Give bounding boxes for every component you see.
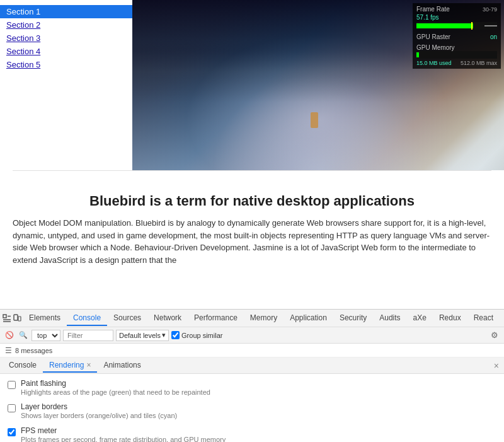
devtools-tab-elements[interactable]: Elements bbox=[23, 311, 67, 326]
render-option-paint-flashing: Paint flashingHighlights areas of the pa… bbox=[0, 376, 504, 400]
hud-framerate-value-row: 57.1 fps bbox=[416, 14, 497, 21]
sidebar-item-section5[interactable]: Section 5 bbox=[0, 58, 132, 71]
devtools-tab-memory[interactable]: Memory bbox=[244, 311, 284, 326]
close-panel-btn[interactable]: × bbox=[491, 359, 501, 372]
image-area: Frame Rate 30-79 57.1 fps GPU Raster on bbox=[132, 0, 504, 170]
render-option-text-paint-flashing: Paint flashingHighlights areas of the pa… bbox=[21, 379, 210, 397]
console-toolbar: 🚫 🔍 top Default levels ▾ Group similar ⚙ bbox=[0, 327, 504, 344]
group-similar-checkbox[interactable] bbox=[171, 331, 180, 339]
hud-gpumemory-label: GPU Memory bbox=[416, 44, 497, 51]
hud-memory-bar bbox=[416, 51, 497, 59]
article-title: Bluebird is a term for native desktop ap… bbox=[13, 193, 491, 209]
group-similar-label: Group similar bbox=[181, 332, 222, 339]
console-clear-btn[interactable]: 🚫 bbox=[4, 330, 15, 341]
render-option-fps-meter: FPS meterPlots frames per second, frame … bbox=[0, 424, 504, 442]
render-option-title-paint-flashing: Paint flashing bbox=[21, 379, 210, 388]
hud-framerate-bar bbox=[416, 22, 497, 30]
sidebar: Section 1Section 2Section 3Section 4Sect… bbox=[0, 0, 132, 170]
sidebar-item-section2[interactable]: Section 2 bbox=[0, 18, 132, 32]
sidebar-item-section1[interactable]: Section 1 bbox=[0, 5, 132, 18]
hud-framerate-label: Frame Rate bbox=[416, 6, 450, 13]
render-option-text-fps-meter: FPS meterPlots frames per second, frame … bbox=[21, 426, 226, 442]
render-option-desc-layer-borders: Shows layer borders (orange/olive) and t… bbox=[21, 411, 177, 421]
hud-memory-fill bbox=[416, 52, 419, 57]
devtools-tab-react[interactable]: React bbox=[467, 311, 500, 326]
render-option-desc-paint-flashing: Highlights areas of the page (green) tha… bbox=[21, 388, 210, 397]
hud-bar-marker bbox=[471, 22, 472, 30]
hud-overlay: Frame Rate 30-79 57.1 fps GPU Raster on bbox=[413, 3, 501, 69]
default-levels-arrow: ▾ bbox=[162, 331, 166, 339]
group-similar-check[interactable]: Group similar bbox=[171, 331, 222, 339]
sub-tabs-row: ConsoleRendering×Animations× bbox=[0, 358, 504, 374]
devtools-tab-application[interactable]: Application bbox=[284, 311, 333, 326]
hud-framerate-range: 30-79 bbox=[483, 6, 497, 13]
hud-memory-max: 512.0 MB max bbox=[461, 60, 497, 66]
hud-gpuraster-label: GPU Raster bbox=[416, 33, 450, 40]
article-container: Bluebird is a term for native desktop ap… bbox=[0, 170, 504, 309]
article-divider bbox=[13, 170, 491, 171]
devtools-inspect-btn[interactable] bbox=[3, 311, 11, 325]
hud-gpuraster-row: GPU Raster on bbox=[416, 33, 497, 40]
hud-bar-fill bbox=[416, 23, 473, 28]
article-area: Bluebird is a term for native desktop ap… bbox=[0, 180, 504, 272]
inspect-icon bbox=[3, 314, 11, 323]
default-levels-label: Default levels bbox=[119, 332, 161, 339]
devtools-tab-axe[interactable]: aXe bbox=[407, 311, 433, 326]
render-option-desc-fps-meter: Plots frames per second, frame rate dist… bbox=[21, 435, 226, 442]
svg-rect-4 bbox=[14, 315, 18, 320]
default-levels-btn[interactable]: Default levels ▾ bbox=[116, 330, 169, 341]
render-option-layer-borders: Layer bordersShows layer borders (orange… bbox=[0, 400, 504, 423]
svg-rect-0 bbox=[3, 315, 6, 318]
sidebar-item-section4[interactable]: Section 4 bbox=[0, 45, 132, 58]
rendering-panel[interactable]: Paint flashingHighlights areas of the pa… bbox=[0, 374, 504, 442]
sub-tab-label-rendering: Rendering bbox=[49, 361, 84, 369]
sub-tab-close-rendering[interactable]: × bbox=[86, 361, 91, 369]
messages-icon: ☰ bbox=[4, 346, 13, 355]
hud-gpuraster-status: on bbox=[490, 33, 497, 40]
checkbox-fps-meter[interactable] bbox=[8, 428, 16, 436]
devtools-panel: ElementsConsoleSourcesNetworkPerformance… bbox=[0, 309, 504, 442]
context-select[interactable]: top bbox=[32, 330, 60, 341]
top-section: Section 1Section 2Section 3Section 4Sect… bbox=[0, 0, 504, 170]
devtools-tab-redux[interactable]: Redux bbox=[433, 311, 467, 326]
hud-bar-line bbox=[484, 25, 497, 26]
main-content: Section 1Section 2Section 3Section 4Sect… bbox=[0, 0, 504, 309]
figure-in-waterfall bbox=[311, 112, 318, 128]
devtools-tab-sources[interactable]: Sources bbox=[107, 311, 147, 326]
hud-framerate-value: 57.1 fps bbox=[416, 14, 439, 21]
render-option-title-layer-borders: Layer borders bbox=[21, 402, 177, 411]
console-settings-btn[interactable]: ⚙ bbox=[489, 330, 500, 341]
sidebar-item-section3[interactable]: Section 3 bbox=[0, 32, 132, 45]
svg-rect-5 bbox=[18, 317, 21, 321]
console-filter-btn[interactable]: 🔍 bbox=[18, 330, 29, 341]
messages-count: 8 messages bbox=[15, 347, 52, 354]
devtools-tab-network[interactable]: Network bbox=[147, 311, 188, 326]
devtools-tab-console[interactable]: Console bbox=[67, 311, 107, 326]
sub-tab-label-console: Console bbox=[9, 361, 37, 369]
article-text: Object Model DOM manipulation. Bluebird … bbox=[13, 217, 491, 266]
hud-framerate-header: Frame Rate 30-79 bbox=[416, 6, 497, 13]
render-option-text-layer-borders: Layer bordersShows layer borders (orange… bbox=[21, 402, 177, 421]
hud-memory-values: 15.0 MB used 512.0 MB max bbox=[416, 60, 497, 66]
devtools-tab-audits[interactable]: Audits bbox=[373, 311, 406, 326]
sub-tab-animations[interactable]: Animations bbox=[97, 359, 147, 373]
sub-tab-rendering[interactable]: Rendering× bbox=[43, 359, 97, 373]
devtools-main-tabs: ElementsConsoleSourcesNetworkPerformance… bbox=[23, 311, 500, 326]
messages-row: ☰ 8 messages bbox=[0, 344, 504, 358]
devtools-device-btn[interactable] bbox=[13, 311, 21, 325]
device-icon bbox=[13, 314, 21, 323]
checkbox-paint-flashing[interactable] bbox=[8, 381, 16, 389]
hud-memory-used: 15.0 MB used bbox=[416, 60, 452, 66]
filter-input[interactable] bbox=[63, 330, 113, 341]
checkbox-layer-borders[interactable] bbox=[8, 404, 16, 412]
devtools-tab-security[interactable]: Security bbox=[333, 311, 373, 326]
sub-tab-label-animations: Animations bbox=[103, 361, 140, 369]
devtools-main-toolbar: ElementsConsoleSourcesNetworkPerformance… bbox=[0, 310, 504, 327]
render-option-title-fps-meter: FPS meter bbox=[21, 426, 226, 435]
devtools-tab-performance[interactable]: Performance bbox=[188, 311, 244, 326]
sub-tab-console[interactable]: Console bbox=[3, 359, 43, 373]
